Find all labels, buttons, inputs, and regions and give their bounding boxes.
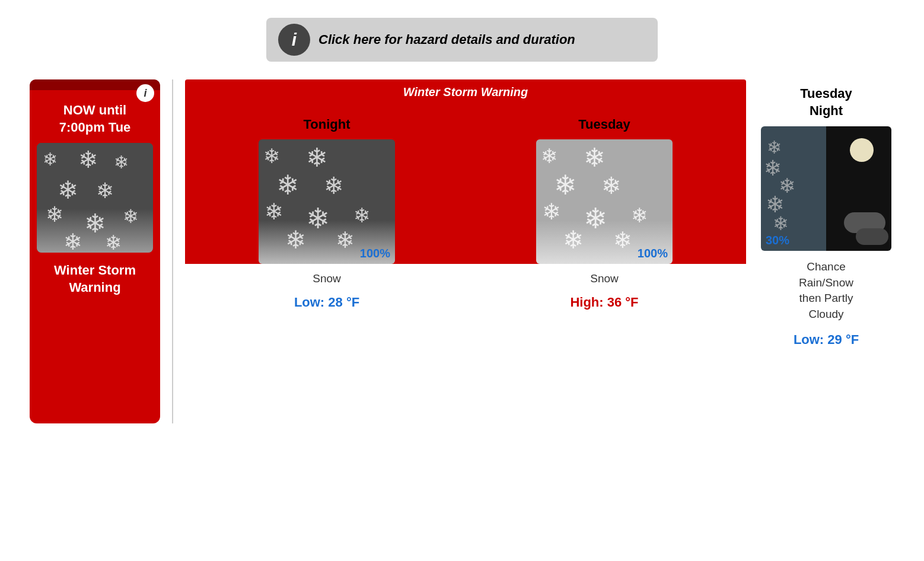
forecast-desc-col-tuesday: Snow High: 36 °F [469,264,740,322]
alert-card[interactable]: i NOW until 7:00pm Tue ❄ ❄ ❄ ❄ ❄ ❄ ❄ ❄ ❄… [30,79,160,423]
forecast-desc-col-tonight: Snow Low: 28 °F [191,264,463,322]
hazard-banner[interactable]: i Click here for hazard details and dura… [266,18,658,62]
forecast-extra-tuesday-night: Tuesday Night ❄ ❄ ❄ ❄ ❄ 30% Chance Rain/… [758,79,894,359]
forecast-day-tonight: Tonight [304,111,351,139]
forecast-extra-desc: Chance Rain/Snow then Partly Cloudy [799,251,853,326]
forecast-desc-tonight: Snow [313,264,341,289]
alert-card-image: ❄ ❄ ❄ ❄ ❄ ❄ ❄ ❄ ❄ ❄ [37,143,153,253]
hazard-banner-text: Click here for hazard details and durati… [318,32,575,47]
moon-icon [850,138,874,162]
forecast-col-tonight: Tonight ❄ ❄ ❄ ❄ ❄ ❄ ❄ ❄ ❄ 100% [191,111,463,264]
alert-info-icon[interactable]: i [136,84,154,102]
section-divider [172,79,173,423]
forecast-extra-temp: Low: 29 °F [794,326,859,359]
forecast-extra-day: Tuesday Night [800,79,852,126]
main-layout: i NOW until 7:00pm Tue ❄ ❄ ❄ ❄ ❄ ❄ ❄ ❄ ❄… [12,79,912,423]
precip-tuesday-night: 30% [766,234,887,247]
forecast-day-tuesday: Tuesday [578,111,630,139]
alert-card-label: Winter Storm Warning [30,253,160,296]
forecast-section: Winter Storm Warning Tonight ❄ ❄ ❄ ❄ ❄ ❄… [185,79,746,322]
precip-tonight: 100% [360,247,390,260]
forecast-desc-tuesday: Snow [590,264,619,289]
forecast-img-tonight: ❄ ❄ ❄ ❄ ❄ ❄ ❄ ❄ ❄ 100% [259,139,395,264]
forecast-col-tuesday: Tuesday ❄ ❄ ❄ ❄ ❄ ❄ ❄ ❄ ❄ 100% [469,111,740,264]
warning-banner: Winter Storm Warning [185,79,746,105]
forecast-temp-tonight: Low: 28 °F [294,289,359,322]
forecast-temp-tuesday: High: 36 °F [570,289,638,322]
info-icon: i [278,24,310,56]
precip-tuesday: 100% [638,247,668,260]
forecast-img-tuesday: ❄ ❄ ❄ ❄ ❄ ❄ ❄ ❄ ❄ 100% [536,139,673,264]
forecast-columns: Tonight ❄ ❄ ❄ ❄ ❄ ❄ ❄ ❄ ❄ 100% [185,105,746,264]
night-img: ❄ ❄ ❄ ❄ ❄ 30% [761,126,891,251]
warning-banner-text: Winter Storm Warning [403,85,528,98]
